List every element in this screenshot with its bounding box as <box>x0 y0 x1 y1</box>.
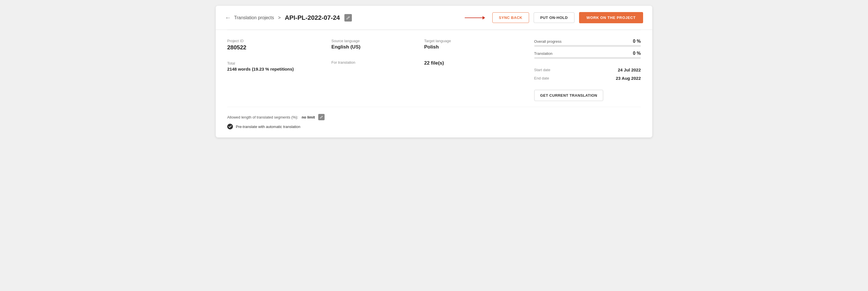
start-date-row: Start date 24 Jul 2022 <box>534 67 641 72</box>
translation-progress-header: Translation 0 % <box>534 51 641 56</box>
back-button[interactable]: ← <box>225 14 231 21</box>
translation-progress-row: Translation 0 % <box>534 51 641 59</box>
total-block: Total 2148 words (19.23 % repetitions) <box>227 61 326 71</box>
start-date-label: Start date <box>534 68 550 72</box>
put-on-hold-button[interactable]: PUT ON-HOLD <box>534 12 575 23</box>
project-id-value: 280522 <box>227 44 326 51</box>
total-value: 2148 words (19.23 % repetitions) <box>227 67 326 71</box>
sync-back-button[interactable]: SYNC BACK <box>492 12 529 23</box>
no-limit-value: no limit <box>302 115 315 119</box>
content-divider <box>227 107 641 107</box>
total-label: Total <box>227 61 326 65</box>
edit-length-button[interactable] <box>318 114 324 120</box>
pre-translate-row: Pre-translate with automatic translation <box>227 124 641 129</box>
arrow-line <box>465 18 485 18</box>
for-translation-block: For translation <box>332 60 424 66</box>
target-lang-value: Polish <box>424 44 523 50</box>
end-date-value: 23 Aug 2022 <box>616 76 641 80</box>
translation-progress-bar <box>534 57 641 59</box>
get-translation-wrapper: GET CURRENT TRANSLATION <box>534 90 641 101</box>
translation-progress-value: 0 % <box>633 51 641 56</box>
overall-progress-row: Overall progress 0 % <box>534 39 641 47</box>
project-id-label: Project ID <box>227 39 326 43</box>
page-header: ← Translation projects > API-PL-2022-07-… <box>216 6 652 30</box>
edit-project-name-button[interactable] <box>344 14 352 22</box>
main-card: ← Translation projects > API-PL-2022-07-… <box>216 6 652 137</box>
pre-translate-checkbox[interactable] <box>227 124 233 129</box>
sync-back-arrow-indicator <box>465 18 485 18</box>
col-source-lang: Source language English (US) For transla… <box>326 39 424 101</box>
get-current-translation-button[interactable]: GET CURRENT TRANSLATION <box>534 90 603 101</box>
col-progress: Overall progress 0 % Translation 0 % <box>523 39 641 101</box>
target-lang-label: Target language <box>424 39 523 43</box>
checkmark-icon <box>228 125 232 128</box>
breadcrumb-text: Translation projects <box>234 15 274 20</box>
overall-progress-label: Overall progress <box>534 39 561 44</box>
project-title: API-PL-2022-07-24 <box>285 14 340 22</box>
source-lang-label: Source language <box>332 39 424 43</box>
overall-progress-value: 0 % <box>633 39 641 44</box>
files-count-value: 22 file(s) <box>424 60 523 66</box>
bottom-section: Allowed length of translated segments (%… <box>216 110 652 137</box>
allowed-length-label: Allowed length of translated segments (%… <box>227 115 298 119</box>
dates-section: Start date 24 Jul 2022 End date 23 Aug 2… <box>534 67 641 80</box>
start-date-value: 24 Jul 2022 <box>618 67 641 72</box>
for-translation-label: For translation <box>332 60 424 65</box>
translation-progress-label: Translation <box>534 52 553 56</box>
col-target-lang: Target language Polish 22 file(s) <box>424 39 523 101</box>
files-count-block: 22 file(s) <box>424 60 523 66</box>
overall-progress-bar <box>534 45 641 47</box>
pre-translate-label: Pre-translate with automatic translation <box>236 125 301 129</box>
source-lang-block: Source language English (US) <box>332 39 424 50</box>
col-project-id: Project ID 280522 Total 2148 words (19.2… <box>227 39 326 101</box>
source-lang-value: English (US) <box>332 44 424 50</box>
edit-length-icon <box>320 116 323 119</box>
end-date-label: End date <box>534 76 549 80</box>
allowed-length-row: Allowed length of translated segments (%… <box>227 114 641 120</box>
work-on-project-button[interactable]: WORK ON THE PROJECT <box>579 12 643 23</box>
header-left: ← Translation projects > API-PL-2022-07-… <box>225 14 460 22</box>
end-date-row: End date 23 Aug 2022 <box>534 76 641 80</box>
breadcrumb-separator: > <box>278 15 281 20</box>
target-lang-block: Target language Polish <box>424 39 523 50</box>
edit-icon <box>346 16 350 20</box>
project-info-section: Project ID 280522 Total 2148 words (19.2… <box>216 30 652 104</box>
project-id-block: Project ID 280522 <box>227 39 326 51</box>
overall-progress-header: Overall progress 0 % <box>534 39 641 44</box>
